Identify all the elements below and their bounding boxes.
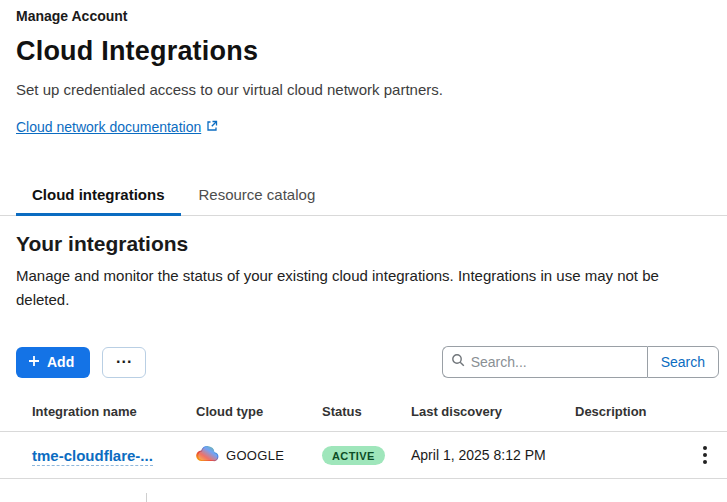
section-title: Your integrations <box>16 232 719 256</box>
column-header-description: Description <box>575 404 677 419</box>
search-group: Search <box>442 346 719 378</box>
search-button[interactable]: Search <box>647 346 719 378</box>
search-input[interactable] <box>471 354 639 370</box>
google-cloud-icon <box>196 444 219 466</box>
page-title: Cloud Integrations <box>16 36 719 67</box>
section-description: Manage and monitor the status of your ex… <box>16 264 716 312</box>
integrations-table: Integration name Cloud type Status Last … <box>0 404 727 479</box>
tab-resource-catalog-label: Resource catalog <box>199 186 316 203</box>
footer-divider <box>146 493 147 502</box>
external-link-icon <box>206 119 218 135</box>
status-cell: ACTIVE <box>322 446 411 465</box>
add-button-label: Add <box>47 354 74 370</box>
add-button[interactable]: Add <box>16 347 90 378</box>
cloud-docs-link[interactable]: Cloud network documentation <box>16 119 218 135</box>
last-discovery-cell: April 1, 2025 8:12 PM <box>411 447 575 463</box>
column-header-last-discovery: Last discovery <box>411 404 575 419</box>
cloud-type-label: GOOGLE <box>226 448 284 463</box>
kebab-menu-icon[interactable] <box>697 442 713 468</box>
column-header-integration-name: Integration name <box>32 404 196 419</box>
tab-cloud-integrations[interactable]: Cloud integrations <box>16 176 181 215</box>
overflow-menu-button[interactable]: ... <box>102 347 146 378</box>
cloud-type-cell: GOOGLE <box>196 444 322 466</box>
tab-bar: Cloud integrations Resource catalog <box>0 176 727 216</box>
tab-cloud-integrations-label: Cloud integrations <box>32 186 165 203</box>
pagination-bar: 1 - 1 of 1 items Items per page: 10 <box>0 479 727 502</box>
cloud-docs-link-label: Cloud network documentation <box>16 119 201 135</box>
tab-resource-catalog[interactable]: Resource catalog <box>183 176 332 215</box>
table-toolbar: Add ... Search <box>0 346 727 378</box>
plus-icon <box>28 354 40 370</box>
search-box <box>442 346 647 378</box>
integration-name-text: tme-cloudflare-... <box>32 447 153 466</box>
breadcrumb: Manage Account <box>16 8 719 24</box>
column-header-status: Status <box>322 404 411 419</box>
cloud-integrations-page: Manage Account Cloud Integrations Set up… <box>0 0 727 502</box>
status-badge: ACTIVE <box>322 446 385 465</box>
integration-name-link[interactable]: tme-cloudflare-... <box>32 447 196 464</box>
table-header-row: Integration name Cloud type Status Last … <box>0 404 727 432</box>
column-header-cloud-type: Cloud type <box>196 404 322 419</box>
page-subtitle: Set up credentialed access to our virtua… <box>16 81 719 98</box>
table-row: tme-cloudflare-... <box>0 432 727 479</box>
search-icon <box>451 353 465 371</box>
